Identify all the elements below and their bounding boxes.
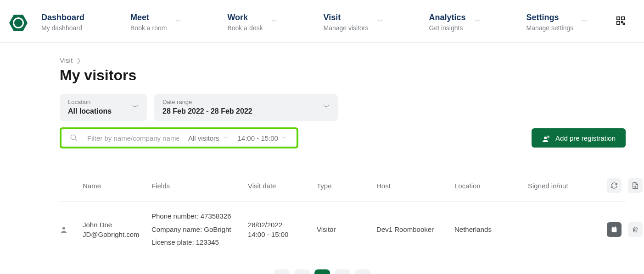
filter-label: Date range [162,99,252,105]
search-box: All visitors ﹀ 14:00 - 15:00 ﹀ [60,127,298,148]
filter-label: Location [68,99,112,105]
nav-settings[interactable]: Settings Manage settings ﹀ [526,13,588,32]
visitor-email: JD@Gobright.com [83,230,147,238]
field-phone: Phone number: 47358326 [151,210,243,223]
nav-subtitle: My dashboard [41,24,84,32]
field-company: Company name: GoBright [151,223,243,236]
nav-meet[interactable]: Meet Book a room ﹀ [130,13,181,32]
svg-rect-1 [622,17,624,20]
nav-title: Settings [526,13,574,22]
refresh-button[interactable] [607,178,622,193]
add-user-icon [542,134,550,142]
col-location: Location [454,182,523,190]
person-icon [60,225,78,234]
svg-rect-3 [622,22,623,23]
page-last-button[interactable]: » [355,269,370,274]
nav-subtitle: Get insights [429,24,466,32]
chevron-down-icon: ﹀ [582,17,588,26]
daterange-filter[interactable]: Date range 28 Feb 2022 - 28 Feb 2022 ﹀ [154,94,338,121]
chevron-down-icon: ﹀ [132,103,139,111]
svg-rect-4 [623,23,625,25]
col-visitdate: Visit date [248,182,312,190]
nav-subtitle: Manage visitors [323,24,368,32]
top-nav: Dashboard My dashboard Meet Book a room … [0,0,644,43]
page-prev-button[interactable]: ‹ [294,269,310,274]
nav-title: Analytics [429,13,466,22]
searchbar-row: All visitors ﹀ 14:00 - 15:00 ﹀ Add pre r… [60,127,626,148]
visitor-name: John Doe [83,221,147,229]
col-host: Host [376,182,450,190]
qr-icon[interactable] [616,16,626,26]
search-icon [70,134,78,142]
filter-value: 28 Feb 2022 - 28 Feb 2022 [162,107,252,115]
chevron-down-icon: ﹀ [282,134,287,142]
breadcrumb-root[interactable]: Visit [60,56,73,64]
visitor-type-dropdown[interactable]: All visitors ﹀ [188,134,229,142]
svg-line-6 [75,139,77,141]
filter-cards: Location All locations ﹀ Date range 28 F… [60,94,626,121]
nav-analytics[interactable]: Analytics Get insights ﹀ [429,13,481,32]
dropdown-value: All visitors [188,134,219,142]
page-next-button[interactable]: › [335,269,350,274]
nav-work[interactable]: Work Book a desk ﹀ [227,13,277,32]
chevron-down-icon: ﹀ [175,17,181,26]
nav-visit[interactable]: Visit Manage visitors ﹀ [323,13,383,32]
visitor-location: Netherlands [454,225,523,233]
svg-point-5 [71,135,76,140]
pagination: « ‹ 1 › » Results per page 10 ﹀ [0,269,644,274]
visitor-type: Visitor [317,225,372,233]
col-fields: Fields [151,182,243,190]
svg-rect-2 [617,22,620,24]
nav-subtitle: Book a room [130,24,167,32]
nav-title: Meet [130,13,167,22]
nav-dashboard[interactable]: Dashboard My dashboard [41,13,84,32]
visitors-table: Name Fields Visit date Type Host Locatio… [0,168,644,274]
button-label: Add pre registration [555,134,616,142]
nav-subtitle: Book a desk [227,24,263,32]
nav-title: Work [227,13,263,22]
add-preregistration-button[interactable]: Add pre registration [532,128,626,148]
brand-logo[interactable] [9,14,28,32]
search-input[interactable] [87,134,179,142]
breadcrumb: Visit ❯ [60,56,626,64]
svg-point-7 [62,227,65,230]
nav-title: Visit [323,13,368,22]
time-dropdown[interactable]: 14:00 - 15:00 ﹀ [238,134,287,142]
page-title: My visitors [60,67,626,84]
visit-time: 14:00 - 15:00 [248,230,312,238]
nav-items: Dashboard My dashboard Meet Book a room … [41,13,616,32]
visit-date: 28/02/2022 [248,221,312,229]
dropdown-value: 14:00 - 15:00 [238,134,278,142]
chevron-down-icon: ﹀ [323,103,330,111]
page-number[interactable]: 1 [314,269,330,274]
svg-rect-0 [617,17,620,20]
filter-value: All locations [68,107,112,115]
export-button[interactable] [628,178,643,193]
nav-subtitle: Manage settings [526,24,574,32]
chevron-down-icon: ﹀ [377,17,383,26]
chevron-down-icon: ﹀ [271,17,277,26]
visitor-host: Dev1 Roombooker [376,225,450,233]
table-row: John Doe JD@Gobright.com Phone number: 4… [60,201,626,258]
page-body: Visit ❯ My visitors Location All locatio… [0,43,644,158]
field-plate: License plate: 123345 [151,236,243,249]
col-signed: Signed in/out [528,182,597,190]
col-name: Name [83,182,147,190]
table-header: Name Fields Visit date Type Host Locatio… [60,168,626,201]
chevron-down-icon: ﹀ [474,17,481,26]
chevron-down-icon: ﹀ [223,134,229,142]
location-filter[interactable]: Location All locations ﹀ [60,94,147,121]
checkin-button[interactable] [607,222,622,237]
col-type: Type [317,182,372,190]
page-first-button[interactable]: « [274,269,290,274]
delete-button[interactable] [628,222,643,237]
nav-title: Dashboard [41,13,84,22]
chevron-right-icon: ❯ [76,57,81,64]
svg-rect-8 [612,227,617,232]
